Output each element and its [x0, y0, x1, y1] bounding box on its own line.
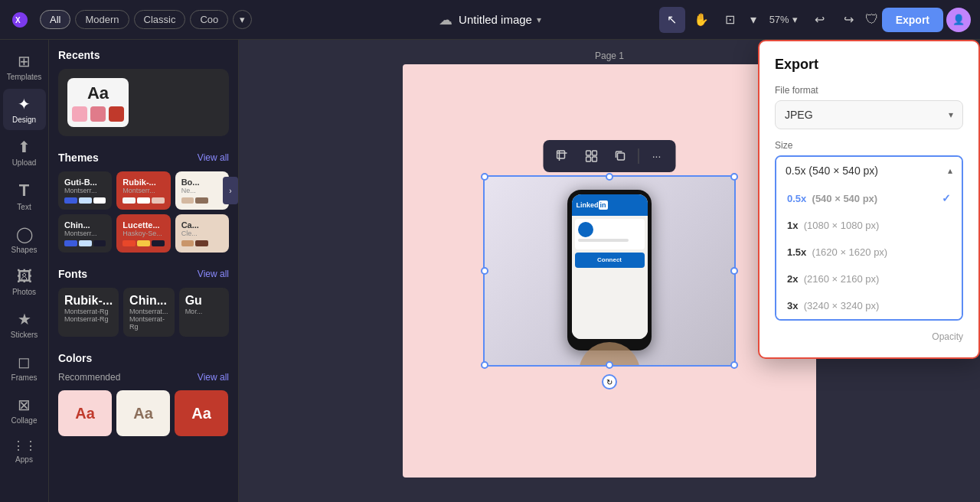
sidebar-item-text[interactable]: T Text	[3, 174, 46, 217]
font-gu-sub: Mor...	[185, 308, 223, 315]
recents-aa: Aa	[87, 83, 109, 103]
theme-ca-swatch2	[195, 240, 208, 246]
doc-title[interactable]: Untitled image ▾	[459, 13, 541, 26]
sidebar-item-frames[interactable]: ◻ Frames	[3, 347, 46, 388]
export-title: Export	[775, 57, 963, 73]
theme-chin-sub: Montserr...	[64, 230, 106, 237]
sidebar-item-collage[interactable]: ⊠ Collage	[3, 390, 46, 431]
theme-ca-swatch3	[210, 240, 223, 246]
theme-guti[interactable]: Guti-B... Montserr...	[58, 171, 112, 210]
svg-rect-1	[557, 151, 565, 158]
theme-ca[interactable]: Ca... Cle...	[175, 214, 229, 253]
crop-icon[interactable]	[551, 145, 574, 168]
size-option-3x[interactable]: 3x (3240 × 3240 px)	[776, 292, 962, 319]
sidebar-item-apps[interactable]: ⋮⋮ Apps	[3, 432, 46, 470]
theme-ca-sub: Cle...	[181, 230, 223, 237]
filter-more[interactable]: ▾	[233, 10, 252, 29]
theme-lucette[interactable]: Lucette... Haskoy-Se...	[116, 214, 170, 253]
collage-label: Collage	[11, 416, 38, 425]
sidebar-item-design[interactable]: ✦ Design	[3, 89, 46, 130]
size-option-2x[interactable]: 2x (2160 × 2160 px)	[776, 266, 962, 292]
topbar-center: ☁ Untitled image ▾	[439, 11, 541, 28]
file-format-field: File format JPEG ▾	[775, 85, 963, 129]
svg-text:X: X	[15, 16, 21, 24]
size-header[interactable]: 0.5x (540 × 540 px) ▴	[776, 157, 962, 184]
canva-logo[interactable]: X	[9, 9, 31, 31]
theme-rubik-swatch2	[137, 197, 150, 204]
recents-card[interactable]: Aa	[58, 69, 229, 136]
recommended-view-all[interactable]: View all	[198, 372, 229, 383]
svg-rect-7	[593, 157, 597, 161]
theme-ca-swatch1	[181, 240, 194, 246]
font-chin[interactable]: Chin... Montserrat... Montserrat-Rg	[123, 288, 175, 337]
theme-lucette-swatch3	[152, 240, 165, 246]
frames-icon: ◻	[18, 353, 31, 371]
filter-modern[interactable]: Modern	[75, 10, 129, 29]
theme-ca-name: Ca...	[181, 220, 223, 230]
themes-next-btn[interactable]: ›	[223, 177, 238, 204]
avatar[interactable]: 👤	[946, 8, 971, 32]
colors-section: Colors Recommended View all Aa Aa Aa	[58, 352, 229, 436]
select-tool[interactable]: ↖	[659, 7, 685, 33]
upload-icon: ⬆	[18, 138, 31, 156]
fonts-title: Fonts	[58, 268, 87, 280]
filter-all[interactable]: All	[40, 10, 70, 29]
theme-rubik[interactable]: Rubik-... Montserr...	[116, 171, 170, 210]
size-option-1x[interactable]: 1x (1080 × 1080 px)	[776, 212, 962, 239]
color-card-1[interactable]: Aa	[58, 390, 112, 436]
sidebar-item-upload[interactable]: ⬆ Upload	[3, 132, 46, 173]
rotate-handle[interactable]: ↻	[602, 374, 617, 390]
sidebar-item-shapes[interactable]: ◯ Shapes	[3, 219, 46, 260]
theme-guti-swatch3	[93, 197, 106, 204]
copy-icon[interactable]	[609, 145, 632, 168]
view-tool[interactable]: ⊡	[717, 7, 743, 33]
font-rubik[interactable]: Rubik-... Montserrat-Rg Montserrat-Rg	[58, 288, 119, 337]
file-format-value: JPEG	[785, 109, 813, 121]
size-option-0.5x[interactable]: 0.5x (540 × 540 px) ✓	[776, 184, 962, 212]
font-gu[interactable]: Gu Mor...	[179, 288, 229, 337]
zoom-control[interactable]: 57% ▾	[763, 11, 804, 28]
theme-guti-sub: Montserr...	[64, 187, 106, 194]
undo-btn[interactable]: ↩	[807, 7, 833, 33]
grid-icon[interactable]	[580, 145, 603, 168]
filter-classic[interactable]: Classic	[134, 10, 186, 29]
recents-swatch-2	[90, 106, 106, 122]
canvas-image[interactable]: Linkedin Connect	[483, 175, 736, 365]
sidebar-item-stickers[interactable]: ★ Stickers	[3, 304, 46, 345]
view-chevron[interactable]: ▾	[746, 7, 760, 33]
fonts-view-all[interactable]: View all	[198, 269, 229, 279]
recommended-header: Recommended View all	[58, 372, 229, 383]
filter-coo[interactable]: Coo	[190, 10, 228, 29]
shield-icon[interactable]: 🛡	[865, 11, 879, 28]
theme-bo-swatch1	[181, 197, 194, 204]
theme-lucette-swatch2	[137, 240, 150, 246]
opacity-value: Opacity	[932, 331, 963, 342]
page-label: Page 1	[595, 51, 624, 61]
recents-title: Recents	[58, 49, 100, 61]
themes-view-all[interactable]: View all	[198, 152, 229, 163]
color-card-3[interactable]: Aa	[175, 390, 228, 436]
theme-chin[interactable]: Chin... Montserr...	[58, 214, 112, 253]
topbar-tools: ↖ ✋ ⊡ ▾ 57% ▾ ↩ ↪ 🛡 Export 👤	[659, 7, 971, 33]
sidebar-item-templates[interactable]: ⊞ Templates	[3, 46, 46, 87]
recents-header: Recents	[58, 49, 229, 61]
color-card-2[interactable]: Aa	[116, 390, 170, 436]
sidebar-item-photos[interactable]: 🖼 Photos	[3, 262, 46, 302]
frames-label: Frames	[11, 373, 38, 382]
size-option-1.5x[interactable]: 1.5x (1620 × 1620 px)	[776, 239, 962, 266]
doc-title-chevron: ▾	[537, 15, 541, 25]
theme-bo-swatch3	[210, 197, 223, 204]
templates-icon: ⊞	[18, 52, 31, 70]
color-card-3-aa: Aa	[191, 405, 211, 422]
svg-rect-4	[586, 151, 591, 155]
canvas-page[interactable]: ··· Linkedin	[403, 64, 816, 478]
export-button[interactable]: Export	[882, 8, 943, 32]
size-selected-text: 0.5x (540 × 540 px)	[786, 165, 878, 177]
more-icon[interactable]: ···	[645, 145, 668, 168]
theme-bo[interactable]: Bo... Ne...	[175, 171, 229, 210]
size-header-chevron: ▴	[948, 165, 952, 176]
hand-tool[interactable]: ✋	[688, 7, 714, 33]
redo-btn[interactable]: ↪	[836, 7, 862, 33]
file-format-select[interactable]: JPEG ▾	[775, 100, 963, 129]
image-container[interactable]: ··· Linkedin	[483, 175, 736, 367]
